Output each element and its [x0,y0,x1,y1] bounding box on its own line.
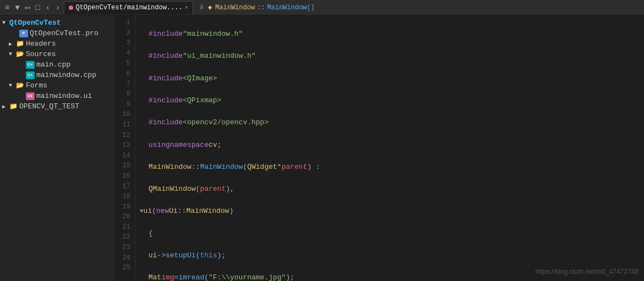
expand-icon[interactable]: □ [34,2,41,13]
forms-folder-icon: 📂 [16,81,24,90]
line-num-16: 16 [118,171,130,181]
mainwindow-cpp-icon: C+ [26,71,35,79]
main-cpp-icon: C+ [26,61,35,69]
tree-mainwindow-cpp-item[interactable]: C+ mainwindow.cpp [0,70,115,80]
pro-file-icon: P [19,30,28,37]
forms-label: Forms [26,81,47,90]
line-num-13: 13 [118,140,130,151]
file-tree-sidebar: ▼ QtOpenCvTest P QtOpenCvTest.pro ▶ 📁 He… [0,15,115,281]
code-line-3: #include <QImage> [140,73,640,84]
nav-forward-icon[interactable]: › [54,2,62,13]
line-num-12: 12 [118,130,130,141]
code-line-8: QMainWindow(parent), [140,184,640,195]
sources-label: Sources [26,50,56,58]
opencv-folder-icon: 📁 [9,102,18,111]
tree-forms-item[interactable]: ▼ 📂 Forms [0,80,115,91]
line-num-21: 21 [118,222,130,233]
line-num-6: 6 [118,69,130,79]
line-num-3: 3 [118,38,130,48]
line-num-1: 1 [118,18,130,28]
line-num-18: 18 [118,191,130,202]
line-num-11: 11 [118,120,130,130]
code-line-4: #include <QPixmap> [140,95,640,106]
opencv-arrow: ▶ [2,103,8,110]
headers-label: Headers [26,40,56,48]
watermark: https://blog.csdn.net/m0_47472749 [536,268,639,276]
tab-method-name: MainWindow() [267,4,315,12]
code-line-6: using namespace cv; [140,140,640,151]
line-num-23: 23 [118,243,130,253]
line-num-24: 24 [118,253,130,263]
main-content: ▼ QtOpenCvTest P QtOpenCvTest.pro ▶ 📁 He… [0,15,644,281]
forms-arrow: ▼ [9,82,14,89]
headers-arrow: ▶ [9,41,14,47]
tab-scope-sep: :: [257,4,265,12]
line-num-8: 8 [118,89,130,100]
tab-class-name: MainWindow [215,4,255,12]
tree-opencv-item[interactable]: ▶ 📁 OPENCV_QT_TEST [0,101,115,112]
mainwindow-ui-icon: UI [26,92,35,100]
mainwindow-ui-label: mainwindow.ui [36,92,92,100]
tree-mainwindow-ui-item[interactable]: UI mainwindow.ui [0,91,115,101]
line-num-10: 10 [118,109,130,120]
menu-icon[interactable]: ≡ [3,2,11,13]
line-num-14: 14 [118,151,130,161]
tab-close-button[interactable]: × [185,5,188,11]
sources-folder-icon: 📂 [16,50,24,58]
headers-folder-icon: 📁 [16,40,24,48]
line-num-20: 20 [118,212,130,222]
code-line-11: ui->setupUi(this); [140,250,640,261]
code-line-5: #include <opencv2/opencv.hpp> [140,117,640,128]
tree-sources-item[interactable]: ▼ 📂 Sources [0,49,115,59]
code-line-10: { [140,228,640,239]
line-num-19: 19 [118,202,130,212]
mainwindow-cpp-label: mainwindow.cpp [36,71,96,79]
line-num-22: 22 [118,232,130,243]
hash-separator: # [200,4,203,12]
line-num-2: 2 [118,28,130,38]
nav-back-icon[interactable]: ‹ [44,2,52,13]
tree-main-cpp-item[interactable]: C+ main.cpp [0,59,115,70]
line-num-25: 25 [118,263,130,273]
line-num-5: 5 [118,58,130,69]
code-content[interactable]: #include "mainwindow.h" #include "ui_mai… [135,15,644,281]
top-bar: ≡ ▼ ⟷ □ ‹ › QtOpenCvTest/mainwindow.... … [0,0,644,15]
tab-file-dot [69,5,73,10]
tab-filename: QtOpenCvTest/mainwindow.... [75,4,182,12]
root-label: QtOpenCvTest [9,19,61,27]
line-num-15: 15 [118,161,130,171]
code-line-1: #include "mainwindow.h" [140,29,640,40]
pro-file-label: QtOpenCvTest.pro [30,29,98,37]
root-arrow: ▼ [2,20,8,26]
code-editor[interactable]: 1 2 3 4 5 6 7 8 9 10 11 12 13 14 15 16 1… [115,15,644,281]
filter-icon[interactable]: ▼ [13,2,21,13]
line-num-4: 4 [118,48,130,59]
link-icon[interactable]: ⟷ [24,2,31,13]
line-num-9: 9 [118,100,130,110]
tab-diamond-icon: ◆ [208,3,212,12]
active-tab[interactable]: QtOpenCvTest/mainwindow.... × [64,1,192,14]
code-line-9: ▼ ui(new Ui::MainWindow) [140,206,640,217]
line-numbers: 1 2 3 4 5 6 7 8 9 10 11 12 13 14 15 16 1… [115,15,135,281]
tree-pro-item[interactable]: P QtOpenCvTest.pro [0,28,115,38]
tree-root-item[interactable]: ▼ QtOpenCvTest [0,18,115,28]
main-cpp-label: main.cpp [36,60,70,69]
code-line-7: MainWindow::MainWindow(QWidget *parent) … [140,162,640,173]
line-num-7: 7 [118,79,130,90]
tree-headers-item[interactable]: ▶ 📁 Headers [0,38,115,49]
line-num-17: 17 [118,181,130,192]
sources-arrow: ▼ [9,51,14,57]
opencv-label: OPENCV_QT_TEST [19,102,79,111]
code-line-2: #include "ui_mainwindow.h" [140,51,640,62]
